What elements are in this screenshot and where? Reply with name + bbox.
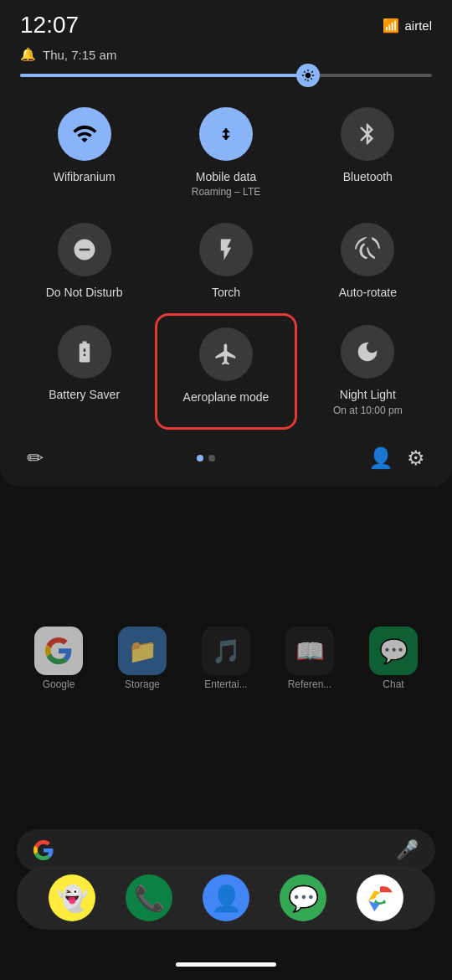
tile-label-mobile-data: Mobile data <box>196 169 256 184</box>
brightness-icon <box>301 69 315 82</box>
entertainment-label: Entertai... <box>204 678 247 690</box>
night-light-tile-icon <box>341 325 394 379</box>
brightness-slider[interactable] <box>20 74 432 77</box>
google-search-bar[interactable]: 🎤 <box>17 829 435 871</box>
user-icon[interactable]: 👤 <box>368 446 393 470</box>
tile-bluetooth[interactable]: Bluetooth <box>297 95 439 211</box>
tile-battery-saver[interactable]: Battery Saver <box>13 313 155 429</box>
alarm-icon: 🔔 <box>20 47 36 62</box>
torch-tile-icon <box>199 223 253 276</box>
brightness-track <box>20 74 432 77</box>
wifi-tile-icon <box>58 107 111 161</box>
notif-left: 🔔 Thu, 7:15 am <box>20 47 116 62</box>
app-chat[interactable]: 💬 Chat <box>369 627 418 690</box>
dot-2 <box>208 455 215 462</box>
tile-label-dnd: Do Not Disturb <box>46 285 123 300</box>
svg-point-1 <box>376 894 385 903</box>
snapchat-icon[interactable]: 👻 <box>49 874 95 921</box>
bottom-dock: 👻 📞 👤 💬 <box>17 866 435 930</box>
tile-aeroplane[interactable]: Aeroplane mode <box>155 313 296 429</box>
edit-button[interactable]: ✏ <box>27 446 44 470</box>
status-time: 12:07 <box>20 12 79 39</box>
page-dots <box>197 455 215 462</box>
notification-bar: 🔔 Thu, 7:15 am <box>0 44 452 70</box>
chat-icon: 💬 <box>369 627 418 675</box>
google-label: Google <box>43 678 75 690</box>
storage-icon: 📁 <box>118 627 167 675</box>
notif-date: Thu, 7:15 am <box>43 48 116 62</box>
signal-icon: 📶 <box>383 18 399 34</box>
status-icons: 📶 airtel <box>383 18 432 34</box>
tile-torch[interactable]: Torch <box>155 211 296 313</box>
google-icon <box>34 627 83 675</box>
phone-icon[interactable]: 📞 <box>126 874 172 921</box>
entertainment-icon: 🎵 <box>202 627 250 675</box>
reference-label: Referen... <box>288 678 332 690</box>
app-google[interactable]: Google <box>34 627 83 690</box>
brightness-fill <box>20 74 308 77</box>
chat-label: Chat <box>383 678 403 690</box>
dnd-tile-icon <box>58 223 111 276</box>
tile-label-bluetooth: Bluetooth <box>343 169 393 184</box>
contacts-icon[interactable]: 👤 <box>203 874 249 921</box>
tile-wifi[interactable]: Wifibranium <box>13 95 155 211</box>
tile-sublabel-mobile-data: Roaming – LTE <box>192 186 260 198</box>
storage-label: Storage <box>125 678 160 690</box>
app-row-1: Google 📁 Storage 🎵 Entertai... 📖 Referen… <box>0 620 452 697</box>
messages-icon[interactable]: 💬 <box>280 874 326 921</box>
rotate-tile-icon <box>341 223 394 276</box>
quick-settings-panel: 12:07 📶 airtel 🔔 Thu, 7:15 am Wifibr <box>0 0 452 487</box>
tile-mobile-data[interactable]: Mobile dataRoaming – LTE <box>155 95 296 211</box>
settings-button[interactable]: ⚙ <box>407 446 425 470</box>
tile-label-battery-saver: Battery Saver <box>49 387 120 402</box>
chrome-icon[interactable] <box>357 874 403 921</box>
tile-label-auto-rotate: Auto-rotate <box>339 285 397 300</box>
tiles-grid: WifibraniumMobile dataRoaming – LTEBluet… <box>0 92 452 436</box>
aeroplane-tile-icon <box>199 328 253 381</box>
bluetooth-tile-icon <box>341 107 394 161</box>
google-g-icon <box>33 840 54 860</box>
tile-night-light[interactable]: Night LightOn at 10:00 pm <box>297 313 439 429</box>
tile-label-wifi: Wifibranium <box>54 169 116 184</box>
battery-saver-tile-icon <box>58 325 111 379</box>
reference-icon: 📖 <box>285 627 334 675</box>
dot-1 <box>197 455 203 462</box>
bottom-icons: 👤 ⚙ <box>368 446 425 470</box>
app-entertainment[interactable]: 🎵 Entertai... <box>202 627 250 690</box>
home-indicator[interactable] <box>176 962 276 967</box>
status-bar: 12:07 📶 airtel <box>0 0 452 44</box>
app-reference[interactable]: 📖 Referen... <box>285 627 334 690</box>
tile-label-torch: Torch <box>212 285 240 300</box>
tile-label-aeroplane: Aeroplane mode <box>183 389 270 405</box>
qs-bottom-bar: ✏ 👤 ⚙ <box>0 436 452 487</box>
tile-sublabel-night-light: On at 10:00 pm <box>333 405 403 416</box>
tile-auto-rotate[interactable]: Auto-rotate <box>297 211 439 313</box>
home-area: Google 📁 Storage 🎵 Entertai... 📖 Referen… <box>0 603 452 980</box>
tile-label-night-light: Night Light <box>340 387 396 402</box>
brightness-row[interactable] <box>0 70 452 92</box>
carrier-label: airtel <box>404 18 432 33</box>
brightness-thumb <box>296 64 320 87</box>
tile-dnd[interactable]: Do Not Disturb <box>13 211 155 313</box>
mic-icon[interactable]: 🎤 <box>396 839 419 861</box>
app-storage[interactable]: 📁 Storage <box>118 627 167 690</box>
mobile-data-tile-icon <box>199 107 253 161</box>
